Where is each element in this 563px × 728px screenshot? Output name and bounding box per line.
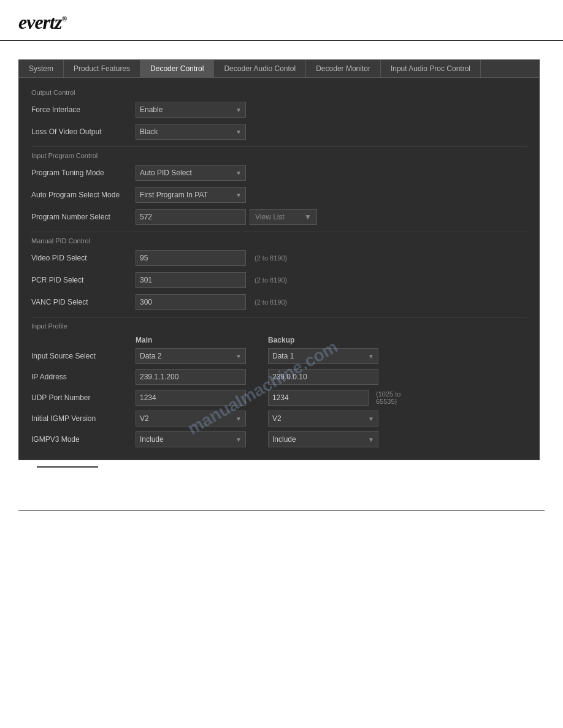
label-program-number-select: Program Number Select [31, 213, 136, 221]
main-content: System Product Features Decoder Control … [0, 41, 563, 498]
chevron-down-icon: ▼ [236, 353, 242, 360]
hint-pcr-pid: (2 to 8190) [255, 276, 287, 284]
select-backup-input-source-value: Data 1 [272, 352, 294, 360]
main-ip-address [136, 369, 264, 385]
section-output-control: Output Control [31, 84, 527, 99]
row-program-tuning-mode: Program Tuning Mode Auto PID Select ▼ [31, 162, 527, 184]
panel-body: Output Control Force Interlace Enable ▼ … [19, 78, 539, 460]
control-force-interlace: Enable ▼ [136, 102, 246, 118]
col-label-main: Main [136, 336, 264, 344]
label-program-tuning-mode: Program Tuning Mode [31, 169, 136, 177]
select-auto-program-value: First Program In PAT [140, 191, 208, 199]
select-main-igmpv3-value: Include [140, 435, 164, 444]
select-backup-igmpv3-value: Include [272, 435, 296, 444]
col-label-backup: Backup [268, 336, 294, 344]
label-udp-port-number: UDP Port Number [31, 393, 136, 402]
chevron-down-icon: ▼ [236, 170, 242, 176]
row-program-number-select: Program Number Select View List ▼ [31, 206, 527, 228]
main-input-source: Data 2 ▼ [136, 348, 264, 364]
section-manual-pid-control: Manual PID Control [31, 232, 527, 247]
tab-product-features[interactable]: Product Features [64, 60, 140, 77]
input-backup-ip-address[interactable] [268, 369, 378, 385]
label-force-interlace: Force Interlace [31, 105, 136, 114]
control-program-number-select: View List ▼ [136, 209, 317, 225]
input-video-pid[interactable] [136, 250, 246, 266]
panel-wrapper: System Product Features Decoder Control … [18, 59, 545, 460]
label-input-source-select: Input Source Select [31, 352, 136, 360]
tab-bar: System Product Features Decoder Control … [19, 60, 539, 78]
footer-underline [37, 466, 98, 468]
tab-input-audio-proc-control[interactable]: Input Audio Proc Control [381, 60, 481, 77]
select-loss-of-video[interactable]: Black ▼ [136, 124, 246, 140]
tab-decoder-monitor[interactable]: Decoder Monitor [306, 60, 381, 77]
chevron-down-icon: ▼ [368, 353, 374, 360]
input-program-number[interactable] [136, 209, 246, 225]
input-main-udp-port[interactable] [136, 390, 246, 406]
label-auto-program-select: Auto Program Select Mode [31, 191, 136, 199]
row-vanc-pid-select: VANC PID Select (2 to 8190) [31, 291, 527, 313]
label-igmpv3-mode: IGMPV3 Mode [31, 435, 136, 444]
chevron-down-icon: ▼ [368, 415, 374, 422]
label-loss-of-video: Loss Of Video Output [31, 127, 136, 136]
select-backup-input-source[interactable]: Data 1 ▼ [268, 348, 378, 364]
hint-udp-port: (1025 to 65535) [376, 390, 403, 405]
section-input-program-control: Input Program Control [31, 146, 527, 162]
backup-ip-address [268, 369, 403, 385]
select-main-igmp-version[interactable]: V2 ▼ [136, 411, 246, 427]
main-udp-port [136, 390, 264, 406]
select-force-interlace[interactable]: Enable ▼ [136, 102, 246, 118]
section-input-profile: Input Profile [31, 317, 527, 332]
backup-igmpv3-mode: Include ▼ [268, 431, 403, 447]
select-program-tuning-mode[interactable]: Auto PID Select ▼ [136, 165, 246, 181]
select-backup-igmpv3-mode[interactable]: Include ▼ [268, 431, 378, 447]
input-main-ip-address[interactable] [136, 369, 246, 385]
control-program-tuning-mode: Auto PID Select ▼ [136, 165, 246, 181]
select-backup-igmp-version[interactable]: V2 ▼ [268, 411, 378, 427]
row-auto-program-select: Auto Program Select Mode First Program I… [31, 184, 527, 206]
page-header: evertz® [0, 0, 563, 41]
control-loss-of-video: Black ▼ [136, 124, 246, 140]
row-initial-igmp-version: Initial IGMP Version V2 ▼ V2 ▼ [31, 408, 527, 429]
main-igmp-version: V2 ▼ [136, 411, 264, 427]
control-pcr-pid-select: (2 to 8190) [136, 272, 287, 288]
select-main-igmp-version-value: V2 [140, 414, 149, 423]
backup-udp-port: (1025 to 65535) [268, 390, 403, 406]
select-main-igmpv3-mode[interactable]: Include ▼ [136, 431, 246, 447]
chevron-down-icon: ▼ [236, 129, 242, 135]
row-pcr-pid-select: PCR PID Select (2 to 8190) [31, 269, 527, 291]
row-udp-port-number: UDP Port Number (1025 to 65535) [31, 387, 527, 408]
row-loss-of-video: Loss Of Video Output Black ▼ [31, 121, 527, 143]
view-list-label: View List [255, 213, 285, 221]
input-vanc-pid[interactable] [136, 294, 246, 310]
row-video-pid-select: Video PID Select (2 to 8190) [31, 247, 527, 269]
select-auto-program-select[interactable]: First Program In PAT ▼ [136, 187, 246, 203]
label-vanc-pid-select: VANC PID Select [31, 298, 136, 306]
select-main-input-source[interactable]: Data 2 ▼ [136, 348, 246, 364]
control-auto-program-select: First Program In PAT ▼ [136, 187, 246, 203]
control-vanc-pid-select: (2 to 8190) [136, 294, 287, 310]
logo-text: evertz [18, 11, 61, 33]
label-ip-address: IP Address [31, 373, 136, 381]
control-panel: System Product Features Decoder Control … [18, 59, 540, 460]
input-pcr-pid[interactable] [136, 272, 246, 288]
chevron-down-icon: ▼ [368, 436, 374, 443]
view-list-dropdown[interactable]: View List ▼ [250, 209, 317, 225]
select-program-tuning-value: Auto PID Select [140, 169, 192, 177]
label-video-pid-select: Video PID Select [31, 254, 136, 262]
chevron-down-icon: ▼ [236, 107, 242, 113]
chevron-down-icon: ▼ [236, 192, 242, 199]
row-ip-address: IP Address [31, 366, 527, 387]
input-backup-udp-port[interactable] [268, 390, 369, 406]
backup-input-source: Data 1 ▼ [268, 348, 403, 364]
tab-system[interactable]: System [19, 60, 64, 77]
select-loss-of-video-value: Black [140, 127, 158, 136]
tab-decoder-control[interactable]: Decoder Control [140, 60, 214, 77]
backup-igmp-version: V2 ▼ [268, 411, 403, 427]
chevron-down-icon: ▼ [304, 213, 312, 221]
row-input-source-select: Input Source Select Data 2 ▼ Data 1 ▼ [31, 346, 527, 366]
hint-video-pid: (2 to 8190) [255, 254, 287, 262]
label-pcr-pid-select: PCR PID Select [31, 276, 136, 284]
tab-decoder-audio-contol[interactable]: Decoder Audio Contol [214, 60, 306, 77]
main-igmpv3-mode: Include ▼ [136, 431, 264, 447]
select-force-interlace-value: Enable [140, 105, 163, 114]
